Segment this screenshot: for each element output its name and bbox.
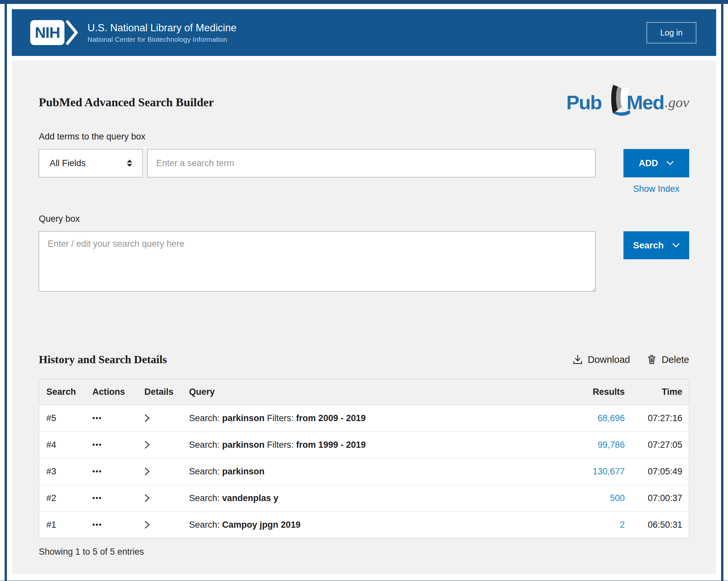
col-time: Time [625, 379, 682, 405]
select-updown-icon [127, 159, 132, 167]
table-row: #1 ••• Search: Campoy jpgn 2019 2 06:50:… [39, 511, 689, 538]
time-cell: 07:27:16 [625, 406, 682, 431]
pubmed-logo-pub: Pub [566, 91, 601, 114]
chevron-right-icon [144, 414, 150, 423]
query-cell: Search: vandenplas y [189, 486, 567, 511]
results-count-link[interactable]: 130,677 [593, 466, 625, 476]
chevron-right-icon [144, 467, 150, 476]
col-query: Query [189, 379, 567, 405]
search-number: #5 [46, 406, 93, 431]
col-actions: Actions [93, 379, 144, 405]
results-count-link[interactable]: 500 [610, 493, 625, 503]
chevron-right-icon [144, 521, 150, 529]
query-cell: Search: parkinson [189, 459, 567, 484]
nih-logo[interactable]: NIH [30, 19, 79, 46]
nlm-title: U.S. National Library of Medicine [87, 22, 236, 34]
col-details: Details [144, 379, 189, 405]
search-number: #4 [46, 432, 93, 458]
delete-button[interactable]: Delete [646, 354, 689, 365]
page-title: PubMed Advanced Search Builder [39, 95, 214, 109]
time-cell: 06:50:31 [625, 512, 682, 537]
add-terms-label: Add terms to the query box [39, 132, 689, 142]
query-cell: Search: parkinson Filters: from 1999 - 2… [189, 432, 567, 458]
table-row: #5 ••• Search: parkinson Filters: from 2… [39, 405, 689, 431]
chevron-right-icon [144, 494, 150, 502]
main-content: PubMed Advanced Search Builder Pub Med .… [12, 60, 716, 574]
table-row: #3 ••• Search: parkinson 130,677 07:05:4… [39, 458, 689, 485]
actions-menu-button[interactable]: ••• [93, 439, 102, 450]
search-button-label: Search [633, 240, 664, 251]
results-count-link[interactable]: 2 [620, 520, 625, 530]
details-expand-button[interactable] [144, 520, 150, 530]
history-title: History and Search Details [39, 353, 572, 366]
actions-menu-button[interactable]: ••• [93, 466, 102, 477]
add-button[interactable]: ADD [623, 149, 689, 177]
results-count-link[interactable]: 68,696 [597, 413, 625, 423]
col-results: Results [567, 379, 625, 405]
search-number: #1 [46, 512, 93, 537]
details-expand-button[interactable] [144, 493, 150, 503]
search-number: #2 [46, 486, 93, 511]
search-term-input[interactable] [147, 149, 596, 177]
nih-logo-box: NIH [30, 20, 64, 45]
results-count-link[interactable]: 99,786 [597, 440, 625, 450]
page-frame: NIH U.S. National Library of Medicine Na… [5, 4, 723, 581]
login-button[interactable]: Log in [646, 22, 697, 44]
field-selector[interactable]: All Fields [39, 149, 143, 177]
details-expand-button[interactable] [144, 413, 150, 423]
entries-summary: Showing 1 to 5 of 5 entries [39, 547, 689, 557]
details-expand-button[interactable] [144, 466, 150, 476]
chevron-down-icon [667, 161, 674, 166]
pubmed-logo: Pub Med .gov [566, 87, 689, 118]
pubmed-logo-med: Med [626, 91, 664, 114]
history-table: Search Actions Details Query Results Tim… [39, 379, 689, 538]
nih-header-bar: NIH U.S. National Library of Medicine Na… [12, 9, 716, 56]
query-cell: Search: Campoy jpgn 2019 [189, 512, 567, 537]
table-row: #2 ••• Search: vandenplas y 500 07:00:37 [39, 485, 689, 511]
download-label: Download [588, 354, 630, 365]
time-cell: 07:27:05 [625, 432, 682, 458]
pubmed-logo-gov: .gov [665, 94, 689, 111]
nih-arrow-icon [66, 19, 79, 46]
add-button-label: ADD [639, 158, 658, 169]
history-table-header: Search Actions Details Query Results Tim… [39, 379, 689, 405]
page-top-border [0, 0, 728, 4]
search-number: #3 [46, 459, 93, 484]
nlm-titles: U.S. National Library of Medicine Nation… [87, 22, 236, 44]
details-expand-button[interactable] [144, 440, 150, 450]
actions-menu-button[interactable]: ••• [93, 519, 102, 530]
query-textarea[interactable] [39, 231, 596, 292]
actions-menu-button[interactable]: ••• [93, 412, 102, 424]
table-row: #4 ••• Search: parkinson Filters: from 1… [39, 431, 689, 458]
download-button[interactable]: Download [572, 354, 630, 365]
time-cell: 07:05:49 [625, 459, 682, 484]
ncbi-subtitle: National Center for Biotechnology Inform… [87, 35, 236, 44]
query-cell: Search: parkinson Filters: from 2009 - 2… [189, 406, 567, 431]
chevron-down-icon [672, 243, 680, 248]
time-cell: 07:00:37 [625, 486, 682, 511]
delete-label: Delete [661, 354, 689, 365]
col-search: Search [46, 379, 93, 405]
history-table-body: #5 ••• Search: parkinson Filters: from 2… [39, 405, 689, 538]
search-button[interactable]: Search [623, 231, 689, 259]
show-index-link[interactable]: Show Index [633, 184, 679, 194]
download-icon [572, 354, 583, 365]
chevron-right-icon [144, 440, 150, 449]
field-selector-value: All Fields [50, 158, 86, 169]
query-box-label: Query box [39, 214, 689, 224]
actions-menu-button[interactable]: ••• [93, 492, 102, 504]
trash-icon [646, 354, 657, 365]
